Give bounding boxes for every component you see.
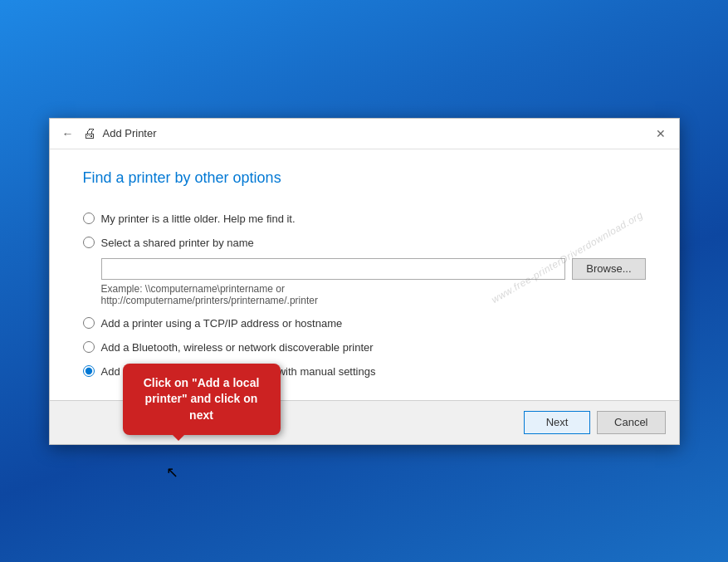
radio-older-printer[interactable] xyxy=(83,213,95,224)
title-bar: ← 🖨 Add Printer ✕ xyxy=(50,119,679,149)
option-bluetooth[interactable]: Add a Bluetooth, wireless or network dis… xyxy=(83,335,646,359)
title-bar-left: ← 🖨 Add Printer xyxy=(60,125,157,142)
radio-local-printer[interactable] xyxy=(83,365,95,377)
page-title: Find a printer by other options xyxy=(83,169,646,187)
back-button[interactable]: ← xyxy=(60,125,76,142)
add-printer-window: ← 🖨 Add Printer ✕ Find a printer by othe… xyxy=(49,118,680,445)
next-button[interactable]: Next xyxy=(524,411,590,434)
browse-button[interactable]: Browse... xyxy=(572,258,645,280)
callout-tooltip: Click on "Add a local printer" and click… xyxy=(123,364,281,436)
option-older-printer[interactable]: My printer is a little older. Help me fi… xyxy=(83,207,646,231)
cancel-button[interactable]: Cancel xyxy=(597,411,665,434)
window-title: Add Printer xyxy=(103,127,157,139)
label-bluetooth[interactable]: Add a Bluetooth, wireless or network dis… xyxy=(101,341,374,354)
label-shared-printer[interactable]: Select a shared printer by name xyxy=(101,237,254,249)
printer-icon: 🖨 xyxy=(83,126,96,141)
radio-shared-printer[interactable] xyxy=(83,237,95,248)
content-area: Find a printer by other options My print… xyxy=(50,149,679,400)
radio-tcpip[interactable] xyxy=(83,317,95,329)
option-tcpip[interactable]: Add a printer using a TCP/IP address or … xyxy=(83,311,646,335)
shared-printer-row: Browse... xyxy=(101,258,646,280)
example-text: Example: \\computername\printername or h… xyxy=(101,283,646,306)
shared-printer-input[interactable] xyxy=(101,258,566,280)
shared-printer-section: Browse... Example: \\computername\printe… xyxy=(83,255,646,311)
close-button[interactable]: ✕ xyxy=(652,125,669,142)
option-shared-printer[interactable]: Select a shared printer by name xyxy=(83,231,646,255)
label-older-printer[interactable]: My printer is a little older. Help me fi… xyxy=(101,213,296,225)
label-tcpip[interactable]: Add a printer using a TCP/IP address or … xyxy=(101,317,343,330)
radio-bluetooth[interactable] xyxy=(83,341,95,353)
options-list: My printer is a little older. Help me fi… xyxy=(83,207,646,384)
